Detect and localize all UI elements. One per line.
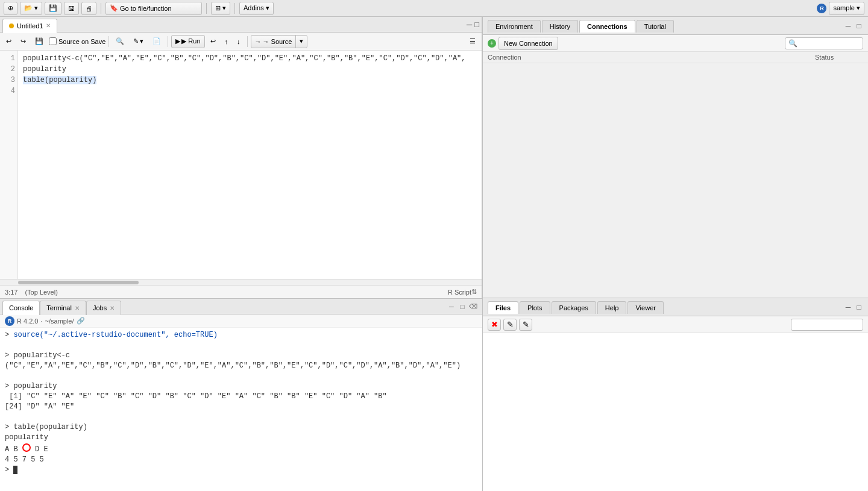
editor-content[interactable]: 1 2 3 4 popularity<-c("C","E","A","E","C…	[0, 51, 482, 279]
tab-tutorial[interactable]: Tutorial	[637, 20, 674, 33]
tab-history[interactable]: History	[542, 20, 578, 33]
maximize-editor-icon[interactable]: □	[474, 20, 479, 29]
right-bottom-panel: Files Plots Packages Help Viewer ─ □	[483, 298, 868, 491]
console-content[interactable]: > source("~/.active-rstudio-document", e…	[0, 328, 482, 491]
pop-print-cmd: popularity	[13, 382, 57, 390]
pop-values: ("C","E","A","E","C","B","C","D","B","C"…	[5, 361, 461, 370]
console-version: R 4.2.0	[17, 317, 38, 325]
connections-search-input[interactable]	[799, 40, 860, 47]
top-toolbar: ⊕ 📂 ▾ 💾 🖫 🖨 🔖 Go to file/function ⊞ ▾ Ad…	[0, 0, 868, 17]
save-button[interactable]: 💾	[45, 2, 61, 15]
grid-icon: ⊞	[215, 4, 221, 12]
source-on-save-checkbox-label[interactable]: Source on Save	[49, 37, 105, 45]
prompt-2: >	[5, 351, 13, 360]
files-tab-label: Files	[495, 304, 511, 311]
packages-tab-label: Packages	[559, 304, 588, 311]
down-arrow-button[interactable]: ↓	[233, 35, 244, 48]
separator-1	[101, 3, 101, 14]
compile-notebook-button[interactable]: 📄	[149, 35, 165, 48]
terminal-tab-label: Terminal	[46, 304, 72, 311]
tab-plots[interactable]: Plots	[520, 301, 550, 314]
rerun-button[interactable]: ↩	[207, 35, 219, 48]
print-button[interactable]: 🖨	[81, 2, 96, 15]
source-arrow-icon: →	[255, 38, 262, 45]
minimize-editor-icon[interactable]: ─	[467, 20, 472, 29]
editor-tab-untitled1[interactable]: Untitled1 ✕	[2, 19, 57, 33]
console-tab-terminal[interactable]: Terminal ✕	[40, 301, 86, 315]
undo-icon: ↩	[6, 37, 11, 45]
table-values: 4 5 7 5 5	[5, 455, 44, 464]
more-files-button[interactable]: ✎	[519, 319, 532, 331]
minimize-console-icon[interactable]: ─	[447, 302, 456, 311]
line-number-3: 3	[0, 75, 15, 86]
editor-scrollbar[interactable]	[0, 279, 482, 285]
new-file-button[interactable]: ⊕	[4, 2, 17, 15]
code-area[interactable]: popularity<-c("C","E","A","E","C","B","C…	[18, 51, 482, 279]
source-dropdown-icon: ▾	[300, 37, 303, 45]
tab-help[interactable]: Help	[597, 301, 627, 314]
tutorial-tab-label: Tutorial	[644, 23, 666, 30]
new-connection-button[interactable]: New Connection	[498, 37, 558, 50]
console-line-9: A B D E	[5, 443, 477, 455]
clear-console-icon[interactable]: ⌫	[469, 302, 477, 311]
connection-col-header: Connection	[488, 54, 815, 61]
editor-scrollbar-thumb[interactable]	[18, 281, 139, 284]
goto-button[interactable]: 🔖 Go to file/function	[105, 2, 202, 15]
user-button[interactable]: sample ▾	[829, 2, 864, 15]
file-type-dropdown-icon[interactable]: ⇅	[471, 288, 477, 296]
minimize-right-bottom-icon[interactable]: ─	[844, 303, 852, 311]
console-tab-jobs[interactable]: Jobs ✕	[86, 301, 121, 315]
save-file-button[interactable]: 💾	[31, 35, 47, 48]
tab-packages[interactable]: Packages	[552, 301, 596, 314]
tab-files[interactable]: Files	[488, 301, 518, 314]
connections-table-header: Connection Status	[483, 52, 868, 63]
save-all-icon: 🖫	[68, 5, 75, 12]
print-icon: 🖨	[86, 5, 92, 12]
run-button[interactable]: ▶ ▶ Run	[172, 35, 204, 48]
addins-button[interactable]: Addins ▾	[239, 2, 274, 15]
rename-file-button[interactable]: ✎	[503, 319, 517, 331]
console-line-1: > source("~/.active-rstudio-document", e…	[5, 330, 477, 340]
save-all-button[interactable]: 🖫	[64, 2, 79, 15]
search-button[interactable]: 🔍	[112, 35, 128, 48]
console-dir-icon[interactable]: 🔗	[77, 317, 85, 325]
jobs-tab-close-icon[interactable]: ✕	[110, 305, 115, 311]
files-toolbar: ✖ ✎ ✎	[483, 316, 868, 333]
rename-icon: ✎	[507, 320, 514, 329]
terminal-tab-close-icon[interactable]: ✕	[75, 305, 80, 311]
console-tab-console[interactable]: Console	[2, 301, 40, 315]
files-search-input[interactable]	[794, 321, 860, 328]
maximize-right-bottom-icon[interactable]: □	[855, 303, 863, 311]
history-tab-label: History	[550, 23, 570, 30]
source-on-save-checkbox[interactable]	[49, 37, 57, 45]
maximize-right-top-icon[interactable]: □	[855, 22, 863, 30]
maximize-console-icon[interactable]: □	[458, 302, 467, 311]
tab-connections[interactable]: Connections	[579, 20, 635, 33]
run-button-group[interactable]: ▶ ▶ Run	[171, 35, 204, 48]
connections-search[interactable]: 🔍	[785, 37, 863, 49]
code-tools-button[interactable]: ✎▾	[130, 35, 147, 48]
grid-button[interactable]: ⊞ ▾	[211, 2, 230, 15]
files-content	[483, 333, 868, 491]
redo-button[interactable]: ↪	[17, 35, 30, 48]
source-dropdown-button[interactable]: ▾	[296, 35, 307, 48]
undo-button[interactable]: ↩	[2, 35, 15, 48]
up-arrow-button[interactable]: ↑	[221, 35, 232, 48]
files-search[interactable]	[791, 319, 863, 331]
separator-3	[234, 3, 235, 14]
file-type[interactable]: R Script	[448, 289, 471, 296]
save-file-icon: 💾	[35, 37, 43, 45]
editor-tab-close-icon[interactable]: ✕	[46, 22, 51, 29]
editor-toolbar: ↩ ↪ 💾 Source on Save 🔍 ✎▾	[0, 33, 482, 51]
open-button[interactable]: 📂 ▾	[20, 2, 42, 15]
minimize-right-top-icon[interactable]: ─	[844, 22, 852, 30]
source-button[interactable]: → → Source	[251, 35, 297, 48]
code-line-2: popularity	[23, 65, 66, 73]
delete-file-button[interactable]: ✖	[488, 319, 501, 331]
more-files-icon: ✎	[523, 320, 529, 329]
tab-environment[interactable]: Environment	[488, 20, 541, 33]
console-tab-label: Console	[9, 304, 33, 311]
tab-viewer[interactable]: Viewer	[627, 301, 663, 314]
editor-menu-button[interactable]: ☰	[466, 35, 479, 48]
source-button-group[interactable]: → → Source ▾	[251, 35, 308, 48]
